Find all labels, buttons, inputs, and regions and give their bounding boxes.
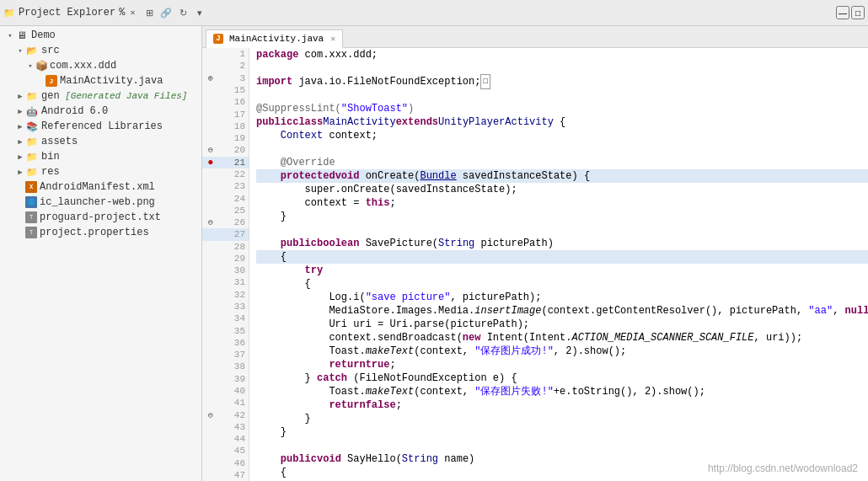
linenum-37: 37	[219, 350, 249, 360]
folder-icon-bin	[25, 150, 39, 163]
code-line-19	[256, 142, 868, 156]
linenum-47: 47	[219, 470, 249, 480]
linenum-35: 35	[219, 326, 249, 336]
gutter-42: ⊖	[202, 410, 219, 420]
sidebar-item-android[interactable]: ▶ 🤖 Android 6.0	[0, 104, 201, 119]
minimize-button[interactable]: —	[836, 6, 849, 19]
top-bar-percent: %	[119, 7, 125, 19]
arrow-package: ▾	[25, 61, 35, 71]
sidebar-label-gen: gen	[41, 90, 60, 102]
code-line-34: Toast.makeText(context, "保存图片成功!", 2).sh…	[256, 345, 868, 358]
tab-mainactivity[interactable]: J MainActivity.java ✕	[206, 29, 343, 48]
sidebar-item-package[interactable]: ▾ 📦 com.xxx.ddd	[0, 58, 201, 73]
code-line-28: try	[256, 264, 868, 277]
code-content[interactable]: package com.xxx.ddd; import java.io.File…	[249, 48, 868, 481]
sync-button[interactable]: ↻	[175, 5, 190, 20]
arrow-mainactivity	[35, 76, 46, 86]
menu-button[interactable]: ▾	[192, 5, 207, 20]
linenum-41: 41	[219, 398, 249, 408]
top-bar: 📁 Project Explorer % ✕ ⊞ 🔗 ↻ ▾ — □	[0, 0, 868, 26]
folder-icon-res	[25, 165, 39, 179]
linenum-15: 15	[219, 85, 249, 95]
top-bar-title: Project Explorer	[19, 7, 115, 19]
tab-close-mainactivity[interactable]: ✕	[330, 34, 335, 44]
folder-open-icon-src	[25, 44, 39, 57]
project-explorer-icon: 📁	[3, 8, 15, 19]
code-editor[interactable]: 1 2 ⊕ 3 15 16	[202, 48, 868, 481]
link-button[interactable]: 🔗	[158, 5, 174, 20]
linenum-26: 26	[219, 217, 249, 227]
sidebar-item-src[interactable]: ▾ src	[0, 43, 201, 58]
code-line-21: protected void onCreate(Bundle savedInst…	[256, 169, 868, 183]
linenum-46: 46	[219, 458, 249, 468]
sidebar-item-iclauncher[interactable]: 🌐 ic_launcher-web.png	[0, 195, 201, 210]
linenum-30: 30	[219, 265, 249, 275]
code-line-18: Context context;	[256, 129, 868, 142]
linenum-22: 22	[219, 169, 249, 179]
editor-tabs: J MainActivity.java ✕	[202, 26, 868, 48]
sidebar-label-gen-suffix: [Generated Java Files]	[60, 91, 188, 101]
main-layout: ▾ 🖥 Demo ▾ src ▾ 📦 com.xxx.ddd J MainAct…	[0, 26, 868, 481]
code-line-2	[256, 61, 868, 75]
arrow-gen: ▶	[15, 91, 25, 101]
sidebar-label-demo: Demo	[31, 29, 56, 41]
linenum-27: 27	[219, 229, 249, 239]
arrow-android: ▶	[15, 106, 25, 116]
sidebar-label-src: src	[41, 45, 60, 56]
sidebar-item-referenced-libraries[interactable]: ▶ 📚 Referenced Libraries	[0, 119, 201, 134]
linenum-25: 25	[219, 206, 249, 216]
linenum-3: 3	[219, 73, 249, 83]
code-line-1: package com.xxx.ddd;	[256, 48, 868, 61]
code-line-20: @Override	[256, 156, 868, 169]
linenum-24: 24	[219, 194, 249, 204]
folder-icon-assets	[25, 135, 39, 148]
arrow-bin: ▶	[15, 152, 25, 162]
png-icon-iclauncher: 🌐	[25, 196, 37, 208]
sidebar-label-mainactivity: MainActivity.java	[60, 75, 163, 87]
tab-label-mainactivity: MainActivity.java	[229, 34, 324, 44]
linenum-19: 19	[219, 133, 249, 143]
sidebar-item-mainactivity[interactable]: J MainActivity.java	[0, 73, 201, 88]
sidebar-item-assets[interactable]: ▶ assets	[0, 134, 201, 149]
linenum-38: 38	[219, 361, 249, 371]
linenum-42: 42	[219, 410, 249, 420]
collapse-all-button[interactable]: ⊞	[142, 5, 157, 20]
sidebar-item-gen[interactable]: ▶ gen [Generated Java Files]	[0, 88, 201, 104]
sidebar-label-projectprops: project.properties	[40, 227, 149, 238]
xml-icon-androidmanifest: X	[25, 181, 37, 193]
watermark: http://blog.csdn.net/wodownload2	[708, 462, 858, 474]
linenum-43: 43	[219, 422, 249, 432]
arrow-demo: ▾	[5, 30, 15, 40]
linenum-45: 45	[219, 446, 249, 456]
sidebar-item-proguard[interactable]: T proguard-project.txt	[0, 210, 201, 225]
code-line-40: }	[256, 425, 868, 439]
project-icon: 🖥	[15, 29, 29, 42]
gutter-26: ⊖	[202, 217, 219, 227]
linenum-2: 2	[219, 61, 249, 71]
package-icon: 📦	[35, 60, 47, 72]
code-line-38: return false;	[256, 398, 868, 412]
sidebar-item-androidmanifest[interactable]: X AndroidManifest.xml	[0, 179, 201, 195]
sidebar: ▾ 🖥 Demo ▾ src ▾ 📦 com.xxx.ddd J MainAct…	[0, 26, 202, 481]
arrow-src: ▾	[15, 45, 25, 56]
code-line-31: MediaStore.Images.Media.insertImage(cont…	[256, 304, 868, 318]
linenum-32: 32	[219, 290, 249, 300]
code-line-16: @SuppressLint("ShowToast")	[256, 102, 868, 115]
sidebar-item-bin[interactable]: ▶ bin	[0, 149, 201, 164]
linenum-1: 1	[219, 49, 249, 59]
editor-area: J MainActivity.java ✕ 1 2	[202, 26, 868, 481]
sidebar-item-res[interactable]: ▶ res	[0, 164, 201, 179]
sidebar-label-package: com.xxx.ddd	[50, 60, 116, 72]
java-icon-mainactivity: J	[46, 75, 57, 87]
maximize-button[interactable]: □	[851, 6, 865, 19]
code-line-39: }	[256, 412, 868, 425]
linenum-31: 31	[219, 277, 249, 287]
sidebar-item-projectprops[interactable]: T project.properties	[0, 225, 201, 240]
sidebar-toolbar-icons: ⊞ 🔗 ↻ ▾	[142, 5, 207, 20]
linenum-21: 21	[219, 158, 249, 168]
code-line-41	[256, 439, 868, 452]
sidebar-item-demo[interactable]: ▾ 🖥 Demo	[0, 28, 201, 43]
close-icon[interactable]: ✕	[130, 8, 135, 18]
java-icon-tab: J	[213, 34, 223, 44]
code-line-23: context = this;	[256, 196, 868, 210]
